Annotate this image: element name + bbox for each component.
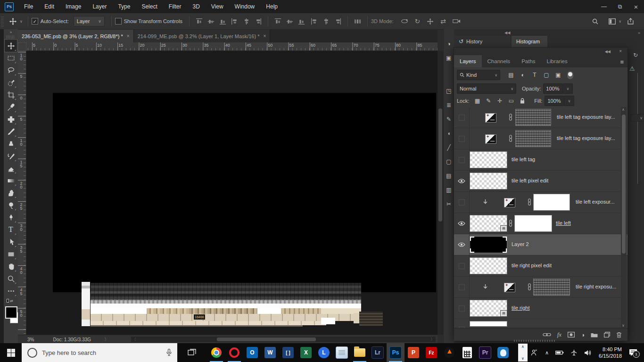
- smart-filter-icon[interactable]: ▣: [553, 70, 563, 80]
- visibility-cell[interactable]: [454, 319, 470, 328]
- lock-paint-icon[interactable]: ✎: [483, 96, 494, 106]
- visibility-cell[interactable]: [454, 213, 470, 234]
- taskbar-app-excel[interactable]: X: [297, 343, 315, 362]
- taskbar-app-outlook[interactable]: O: [243, 343, 261, 362]
- airplane-icon[interactable]: [570, 349, 578, 356]
- taskbar-app-chrome[interactable]: [207, 343, 225, 362]
- color-panel-icon[interactable]: ◳: [444, 85, 454, 97]
- 3d-orbit-icon[interactable]: [401, 18, 408, 25]
- eye-icon[interactable]: [458, 179, 465, 183]
- minimize-button[interactable]: —: [596, 0, 612, 13]
- layers-scrollbar-thumb[interactable]: [622, 115, 626, 254]
- shapes-panel-icon[interactable]: ▢: [444, 156, 454, 168]
- swatches-panel-icon[interactable]: ≣: [444, 99, 454, 111]
- auto-select-checkbox[interactable]: ✓: [32, 18, 38, 25]
- fill-value[interactable]: 100%: [545, 96, 564, 106]
- distribute-right-edges-icon[interactable]: [334, 18, 341, 25]
- taskbar-app-brackets[interactable]: [ ]: [279, 343, 297, 362]
- hand-tool[interactable]: [5, 260, 17, 272]
- menu-help[interactable]: Help: [260, 0, 283, 13]
- adjustment-filter-icon[interactable]: ◐: [518, 70, 528, 80]
- adjustment-layer-icon[interactable]: +—: [485, 113, 496, 123]
- scroll-up-icon[interactable]: ∧: [622, 107, 625, 112]
- hidden-icons-chevron[interactable]: ∧: [545, 350, 549, 356]
- layer-thumbnail[interactable]: [470, 236, 507, 253]
- taskbar-app-app-head[interactable]: [494, 343, 512, 362]
- menu-edit[interactable]: Edit: [39, 0, 60, 13]
- zoom-tool[interactable]: [5, 272, 17, 285]
- histogram-channel-dropdown[interactable]: ∨: [630, 114, 644, 122]
- layer-name[interactable]: tile left: [556, 220, 571, 226]
- menu-3d[interactable]: 3D: [187, 0, 205, 13]
- battery-icon[interactable]: [555, 350, 564, 355]
- crop-tool[interactable]: [5, 89, 17, 101]
- layer-name[interactable]: tile left pixel edit: [512, 178, 548, 183]
- canvas-horizontal-scrollbar[interactable]: 〈 〉: [131, 337, 436, 342]
- layer-row[interactable]: ▤tile left: [454, 213, 627, 234]
- eye-hidden-box[interactable]: [459, 136, 465, 142]
- lasso-tool[interactable]: [5, 64, 17, 76]
- visibility-cell[interactable]: [454, 107, 470, 128]
- taskbar-app-lightroom[interactable]: Lr: [369, 343, 387, 362]
- layer-row[interactable]: tile left tag: [454, 149, 627, 171]
- history-brush-tool[interactable]: [5, 150, 17, 162]
- adjustment-layer-icon[interactable]: +—: [485, 134, 496, 144]
- spot-healing-brush-tool[interactable]: [5, 113, 17, 125]
- layer-row[interactable]: tile right pixel edit: [454, 255, 627, 277]
- menu-select[interactable]: Select: [136, 0, 163, 13]
- paragraph-panel-icon[interactable]: ▥: [444, 184, 454, 196]
- brush-tool[interactable]: [5, 125, 17, 138]
- mask-link-icon[interactable]: [528, 198, 531, 206]
- character-panel-icon[interactable]: ▤: [444, 170, 454, 182]
- 3d-roll-icon[interactable]: ↻: [415, 17, 421, 25]
- opacity-value[interactable]: 100%: [543, 83, 563, 94]
- menu-file[interactable]: File: [18, 0, 39, 13]
- layer-row[interactable]: [454, 319, 627, 328]
- share-icon[interactable]: [625, 16, 636, 26]
- layer-name[interactable]: tile left tag exposure lay...: [557, 135, 615, 141]
- new-adjustment-layer-icon[interactable]: ◑: [581, 331, 585, 338]
- smudge-tool[interactable]: [5, 187, 17, 199]
- horizontal-ruler[interactable]: 50510152025303540455055606570758085: [26, 42, 438, 51]
- notification-icon[interactable]: 1: [629, 349, 637, 356]
- visibility-cell[interactable]: [454, 192, 470, 213]
- canvas-vertical-scrollbar-thumb[interactable]: [438, 108, 442, 222]
- align-right-edges-icon[interactable]: [255, 18, 262, 25]
- taskbar-app-calculator[interactable]: [458, 343, 476, 362]
- filter-toggle[interactable]: [567, 71, 573, 79]
- dock-collapse-icon[interactable]: ◀◀: [504, 31, 510, 35]
- fill-chevron-icon[interactable]: ∨: [564, 96, 574, 106]
- visibility-cell[interactable]: [454, 128, 470, 149]
- taskbar-app-word[interactable]: W: [261, 343, 279, 362]
- tab-histogram[interactable]: Histogram: [512, 36, 547, 47]
- distribute-vertical-centers-icon[interactable]: [286, 18, 293, 25]
- quick-selection-tool[interactable]: [5, 76, 17, 89]
- taskbar-app-powerpoint[interactable]: P: [405, 343, 422, 362]
- layer-mask-thumbnail[interactable]: [515, 130, 551, 147]
- visibility-cell[interactable]: [454, 277, 470, 297]
- visibility-cell[interactable]: [454, 234, 470, 255]
- dock-expand-icon[interactable]: »: [638, 31, 640, 35]
- workspace-chevron-icon[interactable]: ∨: [619, 19, 621, 24]
- add-layer-mask-icon[interactable]: [568, 332, 575, 337]
- visibility-cell[interactable]: [454, 149, 470, 170]
- menu-window[interactable]: Window: [229, 0, 261, 13]
- menu-image[interactable]: Image: [60, 0, 87, 13]
- distribute-top-edges-icon[interactable]: [274, 18, 281, 25]
- lock-transparent-icon[interactable]: ▦: [472, 96, 482, 106]
- mask-link-icon[interactable]: [509, 220, 512, 227]
- layer-thumbnail[interactable]: [470, 173, 507, 189]
- layer-row[interactable]: ▤tile right: [454, 298, 627, 319]
- adjustment-layer-icon[interactable]: +—: [504, 283, 515, 292]
- layer-mask-thumbnail[interactable]: [533, 194, 570, 211]
- panel-close-icon[interactable]: ×: [619, 49, 622, 54]
- layer-mask-thumbnail[interactable]: [533, 279, 570, 296]
- lock-position-icon[interactable]: ✛: [495, 96, 505, 106]
- layer-row[interactable]: Layer 2: [454, 234, 627, 255]
- scroll-arrows-icon[interactable]: ∧∨: [518, 344, 528, 362]
- menu-type[interactable]: Type: [112, 0, 136, 13]
- eye-icon[interactable]: [458, 221, 465, 226]
- taskbar-app-notepad[interactable]: [333, 343, 351, 362]
- layer-thumbnail[interactable]: [470, 257, 507, 274]
- taskbar-app-explorer[interactable]: [351, 343, 369, 362]
